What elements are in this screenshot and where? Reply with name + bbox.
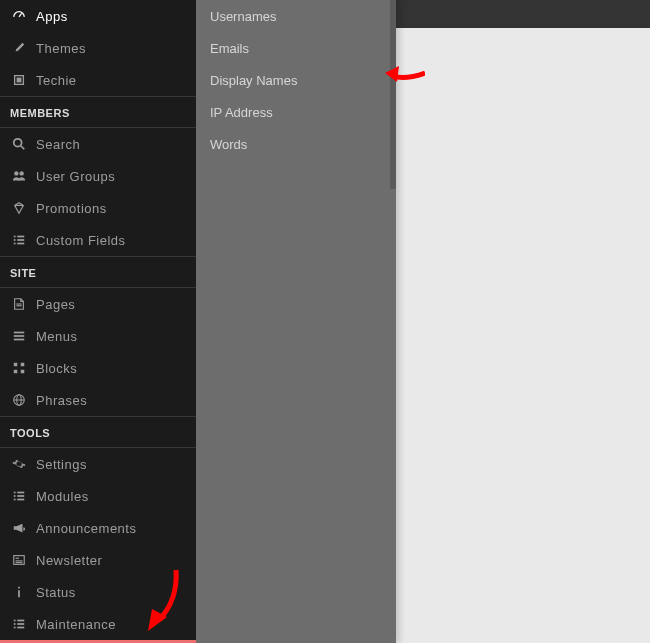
svg-rect-17 bbox=[14, 332, 25, 334]
submenu-item-label: Usernames bbox=[210, 9, 276, 24]
svg-rect-19 bbox=[14, 339, 25, 341]
svg-rect-20 bbox=[14, 363, 18, 367]
brush-icon bbox=[10, 41, 28, 55]
menu-icon bbox=[10, 329, 28, 343]
svg-rect-18 bbox=[14, 335, 25, 337]
submenu-item-label: Words bbox=[210, 137, 247, 152]
svg-rect-31 bbox=[14, 499, 16, 501]
info-icon bbox=[10, 585, 28, 599]
sidebar-item-themes[interactable]: Themes bbox=[0, 32, 196, 64]
sidebar-item-label: Menus bbox=[36, 329, 78, 344]
section-header-tools: TOOLS bbox=[0, 416, 196, 448]
svg-rect-14 bbox=[17, 243, 24, 245]
list-icon bbox=[10, 233, 28, 247]
sidebar-item-phrases[interactable]: Phrases bbox=[0, 384, 196, 416]
diamond-icon bbox=[10, 201, 28, 215]
submenu-item-ip-address[interactable]: IP Address bbox=[196, 96, 396, 128]
globe-icon bbox=[10, 393, 28, 407]
submenu: Usernames Emails Display Names IP Addres… bbox=[196, 0, 396, 643]
svg-rect-40 bbox=[17, 620, 24, 622]
sidebar-item-modules[interactable]: Modules bbox=[0, 480, 196, 512]
sidebar-item-label: Apps bbox=[36, 9, 68, 24]
sidebar-item-label: Phrases bbox=[36, 393, 87, 408]
svg-rect-38 bbox=[18, 590, 20, 597]
dashboard-icon bbox=[10, 9, 28, 23]
sidebar-item-user-groups[interactable]: User Groups bbox=[0, 160, 196, 192]
svg-rect-39 bbox=[14, 620, 16, 622]
svg-rect-11 bbox=[14, 239, 16, 241]
sidebar-item-label: Blocks bbox=[36, 361, 77, 376]
svg-rect-1 bbox=[13, 17, 25, 23]
svg-rect-41 bbox=[14, 623, 16, 625]
submenu-item-usernames[interactable]: Usernames bbox=[196, 0, 396, 32]
search-icon bbox=[10, 137, 28, 151]
svg-rect-4 bbox=[17, 78, 21, 82]
sidebar-item-label: Custom Fields bbox=[36, 233, 126, 248]
sidebar-item-blocks[interactable]: Blocks bbox=[0, 352, 196, 384]
svg-rect-10 bbox=[17, 236, 24, 238]
sidebar-item-label: Themes bbox=[36, 41, 86, 56]
sidebar-item-search[interactable]: Search bbox=[0, 128, 196, 160]
sidebar-item-label: Modules bbox=[36, 489, 89, 504]
section-header-site: SITE bbox=[0, 256, 196, 288]
megaphone-icon bbox=[10, 521, 28, 535]
submenu-scroll-track[interactable] bbox=[390, 0, 396, 189]
svg-rect-22 bbox=[14, 370, 18, 374]
sidebar-item-label: Newsletter bbox=[36, 553, 102, 568]
submenu-item-label: Emails bbox=[210, 41, 249, 56]
newspaper-icon bbox=[10, 553, 28, 567]
submenu-item-label: IP Address bbox=[210, 105, 273, 120]
svg-rect-27 bbox=[14, 492, 16, 494]
submenu-item-display-names[interactable]: Display Names bbox=[196, 64, 396, 96]
sidebar-item-label: Promotions bbox=[36, 201, 107, 216]
users-icon bbox=[10, 169, 28, 183]
sidebar-item-label: User Groups bbox=[36, 169, 115, 184]
svg-rect-42 bbox=[17, 623, 24, 625]
svg-rect-21 bbox=[21, 363, 25, 367]
svg-rect-28 bbox=[17, 492, 24, 494]
sidebar-item-label: Maintenance bbox=[36, 617, 116, 632]
sidebar: Apps Themes Techie MEMBERS Search User G… bbox=[0, 0, 196, 643]
grid-icon bbox=[10, 361, 28, 375]
sidebar-item-promotions[interactable]: Promotions bbox=[0, 192, 196, 224]
svg-rect-30 bbox=[17, 495, 24, 497]
wrench-list-icon bbox=[10, 617, 28, 631]
svg-point-7 bbox=[14, 171, 18, 175]
page-icon bbox=[10, 297, 28, 311]
module-icon bbox=[10, 489, 28, 503]
sidebar-item-settings[interactable]: Settings bbox=[0, 448, 196, 480]
submenu-item-label: Display Names bbox=[210, 73, 297, 88]
chip-icon bbox=[10, 73, 28, 87]
sidebar-item-label: Settings bbox=[36, 457, 87, 472]
svg-rect-13 bbox=[14, 243, 16, 245]
sidebar-item-pages[interactable]: Pages bbox=[0, 288, 196, 320]
svg-line-2 bbox=[19, 13, 22, 17]
sidebar-item-maintenance[interactable]: Maintenance bbox=[0, 608, 196, 640]
sidebar-item-newsletter[interactable]: Newsletter bbox=[0, 544, 196, 576]
svg-point-5 bbox=[14, 139, 22, 147]
sidebar-item-apps[interactable]: Apps bbox=[0, 0, 196, 32]
sidebar-item-label: Search bbox=[36, 137, 80, 152]
sidebar-item-label: Techie bbox=[36, 73, 77, 88]
sidebar-item-menus[interactable]: Menus bbox=[0, 320, 196, 352]
svg-rect-43 bbox=[14, 627, 16, 629]
svg-point-8 bbox=[19, 171, 23, 175]
sidebar-item-custom-fields[interactable]: Custom Fields bbox=[0, 224, 196, 256]
svg-rect-23 bbox=[21, 370, 25, 374]
sidebar-item-label: Status bbox=[36, 585, 76, 600]
cog-icon bbox=[10, 457, 28, 471]
svg-rect-29 bbox=[14, 495, 16, 497]
sidebar-item-announcements[interactable]: Announcements bbox=[0, 512, 196, 544]
svg-rect-37 bbox=[18, 587, 20, 589]
sidebar-item-status[interactable]: Status bbox=[0, 576, 196, 608]
svg-line-6 bbox=[21, 146, 25, 150]
svg-rect-32 bbox=[17, 499, 24, 501]
svg-rect-12 bbox=[17, 239, 24, 241]
submenu-item-words[interactable]: Words bbox=[196, 128, 396, 160]
section-header-members: MEMBERS bbox=[0, 96, 196, 128]
sidebar-item-label: Announcements bbox=[36, 521, 136, 536]
sidebar-item-techie[interactable]: Techie bbox=[0, 64, 196, 96]
svg-rect-44 bbox=[17, 627, 24, 629]
submenu-item-emails[interactable]: Emails bbox=[196, 32, 396, 64]
sidebar-item-label: Pages bbox=[36, 297, 75, 312]
